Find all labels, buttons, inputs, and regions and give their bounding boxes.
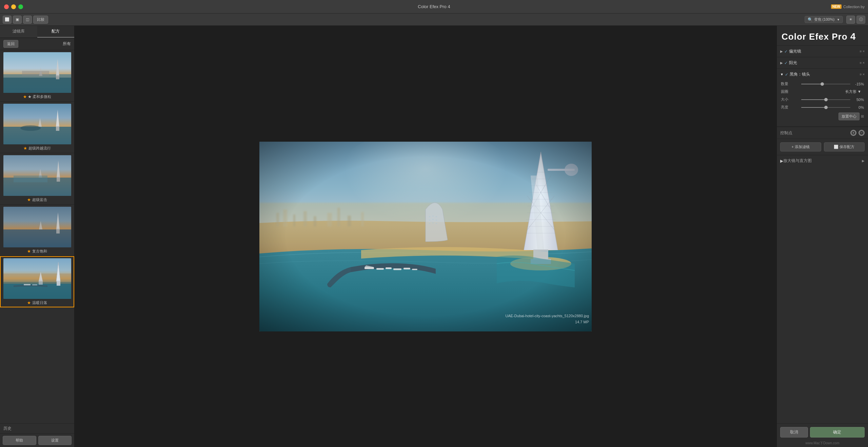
preset-item[interactable]: ★ 复古饱和 [0,205,74,256]
zoom-arrow-icon: ▼ [837,18,840,21]
preset-item[interactable]: ★ 超级蓝击 [0,153,74,205]
left-sidebar: 滤镜库 配方 返回 所有 [0,26,75,447]
preset-name: ★ 复古饱和 [27,249,47,254]
dubai-scene-svg [259,142,592,331]
svg-rect-85 [259,142,592,331]
preset-thumbnail [3,258,71,299]
filter-polarizer-name: 偏光镜 [789,48,860,54]
view-split-h-button[interactable]: ▣ [13,16,22,24]
filename-text: UAE-Dubai-hotel-city-coast-yachts_5120x2… [506,313,589,319]
filter-sunshine-header[interactable]: ▶ ✓ 阳光 ≡ × [777,57,868,68]
save-recipe-button[interactable]: ⬜ 保存配方 [824,142,865,151]
magnify-label: 放大镜与直方图 [783,158,862,164]
param-shape-label: 圆圈 [781,89,801,94]
svg-rect-6 [22,71,49,76]
control-points-row: 控制点 [777,127,868,139]
svg-rect-28 [57,281,60,286]
tab-recipes[interactable]: 配方 [37,26,75,38]
svg-rect-20 [3,229,71,247]
filter-polarizer: ▶ ✓ 偏光镜 ≡ × [777,46,868,57]
add-filter-button[interactable]: + 添加滤镜 [780,142,821,151]
filter-vignette-name: 黑角：镜头 [790,72,860,77]
main-image [259,142,592,331]
param-size-slider[interactable] [801,97,850,102]
watermark-label: www.Mac下Down.com [777,441,868,447]
filter-enabled-check: ✓ [785,72,788,77]
light-toggle-button[interactable]: ☀ [846,16,855,24]
new-badge: NEW [831,4,842,9]
collection-text: Collection by [843,5,865,9]
svg-rect-18 [14,176,47,182]
param-amount-row: 数量 -15% [781,81,864,86]
remove-control-point-button[interactable] [859,130,865,136]
preset-thumbnail [3,104,71,144]
main-layout: 滤镜库 配方 返回 所有 [0,26,868,447]
collection-label: NEW Collection by [831,0,868,13]
preset-name: ★ 温暖日落 [27,300,47,305]
cancel-button[interactable]: 取消 [780,427,808,438]
filter-vignette-header[interactable]: ▼ ✓ 黑角：镜头 ≡ × [777,69,868,80]
filter-polarizer-header[interactable]: ▶ ✓ 偏光镜 ≡ × [777,46,868,57]
svg-rect-22 [56,229,60,233]
titlebar: Color Efex Pro 4 NEW Collection by [0,0,868,14]
minimize-button[interactable] [11,4,16,9]
zoom-label: 变焦 (100%) [814,17,835,22]
preset-thumbnail [3,155,71,196]
add-control-point-button[interactable] [850,130,856,136]
preset-item[interactable]: ★ ★ 柔和多微粒 [0,50,74,102]
maximize-button[interactable] [18,4,23,9]
param-amount-value: -15% [850,82,864,86]
filter-enabled-check: ✓ [784,49,788,54]
expand-arrow-icon: ▶ [780,49,783,53]
place-center-icon: ⊞ [861,114,864,119]
param-shape-value[interactable]: 长方形 ▼ [801,89,864,94]
param-brightness-slider[interactable] [801,105,850,110]
traffic-lights [4,4,23,9]
image-container: UAE-Dubai-hotel-city-coast-yachts_5120x2… [259,142,592,331]
zoom-control[interactable]: 🔍 变焦 (100%) ▼ [805,16,843,23]
preset-item[interactable]: ★ 超级跨越流行 [0,102,74,153]
right-panel-bottom: 取消 确定 [777,423,868,441]
tab-filters[interactable]: 滤镜库 [0,26,37,38]
filter-all-label: 所有 [63,41,71,47]
toolbar: ⬜ ▣ ◫ 比较 🔍 变焦 (100%) ▼ ☀ ⓘ [0,14,868,26]
center-canvas: UAE-Dubai-hotel-city-coast-yachts_5120x2… [75,26,776,447]
view-single-button[interactable]: ⬜ [3,16,12,24]
preset-item-selected[interactable]: ★ 温暖日落 [0,256,74,307]
filter-menu-icon: ≡ × [860,49,865,53]
info-button[interactable]: ⓘ [856,16,865,24]
settings-button[interactable]: 设置 [38,436,72,445]
right-panel-header: Color Efex Pro 4 [777,26,868,46]
svg-rect-16 [57,177,60,182]
param-brightness-row: 亮度 0% [781,105,864,110]
svg-rect-34 [32,284,37,285]
sidebar-tabs: 滤镜库 配方 [0,26,74,38]
filesize-text: 14.7 MP [506,319,589,325]
apply-button[interactable]: 确定 [810,427,865,438]
param-brightness-value: 0% [850,105,864,109]
compare-button[interactable]: 比较 [33,16,48,24]
svg-rect-32 [39,281,43,285]
logo-text: Color Efex Pro [782,32,850,42]
add-filter-row: + 添加滤镜 ⬜ 保存配方 [777,139,868,155]
help-button[interactable]: 帮助 [3,436,36,445]
param-size-value: 50% [850,98,864,102]
sidebar-nav: 返回 所有 [0,38,74,50]
control-points-label: 控制点 [780,130,848,136]
svg-rect-4 [56,75,59,79]
place-center-button[interactable]: 放置中心 [839,113,860,120]
svg-rect-2 [3,78,71,93]
logo-number: 4 [850,31,856,42]
back-button[interactable]: 返回 [3,40,18,48]
svg-rect-25 [3,282,71,299]
param-size-label: 大小 [781,97,801,102]
close-button[interactable] [4,4,9,9]
bottom-buttons: 帮助 设置 [0,433,74,447]
view-split-v-button[interactable]: ◫ [23,16,32,24]
zoom-icon: 🔍 [808,17,813,22]
history-section: 历史 [0,423,74,433]
param-amount-slider[interactable] [801,82,850,86]
magnify-section[interactable]: ▶ 放大镜与直方图 ▶ [777,155,868,166]
window-title: Color Efex Pro 4 [418,4,450,9]
svg-rect-10 [56,126,59,131]
